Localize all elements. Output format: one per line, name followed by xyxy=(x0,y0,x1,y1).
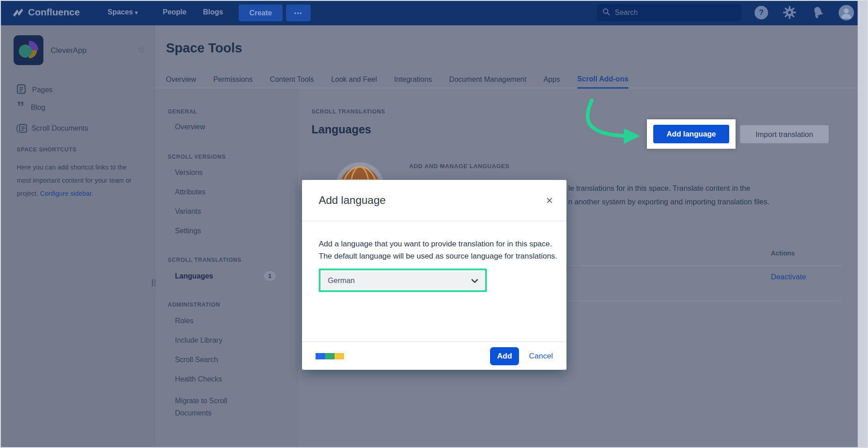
nav-item-roles[interactable]: Roles xyxy=(175,317,193,325)
create-button[interactable]: Create xyxy=(239,5,283,21)
profile-avatar[interactable] xyxy=(839,5,854,20)
nav-blogs-menu[interactable]: Blogs xyxy=(203,8,223,16)
more-actions-button[interactable]: ••• xyxy=(286,5,311,21)
language-select[interactable]: German xyxy=(321,271,484,289)
scroll-document-icon: ( xyxy=(16,123,27,133)
brand-bar-yellow xyxy=(335,353,344,359)
tab-document-management[interactable]: Document Management xyxy=(449,75,526,88)
modal-description: Add a language that you want to provide … xyxy=(319,238,557,262)
content-section-label: SCROLL TRANSLATIONS xyxy=(311,108,385,115)
intro-text-line1: le translations for in this space. Trans… xyxy=(568,184,750,193)
nav-item-include-library[interactable]: Include Library xyxy=(175,336,222,344)
language-select-highlight: German xyxy=(319,269,487,292)
search-icon xyxy=(602,8,610,18)
nav-section-scroll-versions: SCROLL VERSIONS xyxy=(168,154,226,160)
nav-item-overview[interactable]: Overview xyxy=(175,123,205,131)
languages-count-badge: 1 xyxy=(264,271,276,281)
chevron-down-icon: ▾ xyxy=(135,9,138,16)
search-placeholder: Search xyxy=(615,9,638,17)
configure-sidebar-link[interactable]: Configure sidebar. xyxy=(40,190,94,197)
intro-text-line2: n another system by exporting and import… xyxy=(568,198,769,206)
space-logo[interactable] xyxy=(14,35,43,65)
nav-section-scroll-translations: SCROLL TRANSLATIONS xyxy=(168,257,241,263)
add-language-spotlight-box: Add language xyxy=(647,119,736,149)
brand-bar-green xyxy=(325,353,335,359)
modal-header: Add language × xyxy=(302,180,566,222)
content-page-title: Languages xyxy=(311,123,371,136)
pie-chart-logo-icon xyxy=(14,35,43,65)
settings-gear-icon[interactable] xyxy=(783,5,797,21)
tab-permissions[interactable]: Permissions xyxy=(213,75,253,88)
nav-item-attributes[interactable]: Attributes xyxy=(175,188,206,196)
add-and-manage-languages-heading: ADD AND MANAGE LANGUAGES xyxy=(409,163,509,170)
space-shortcuts-header: SPACE SHORTCUTS xyxy=(17,146,76,153)
modal-cancel-button[interactable]: Cancel xyxy=(529,352,553,361)
table-header-divider xyxy=(566,265,842,266)
tab-overview[interactable]: Overview xyxy=(166,75,196,88)
quotes-icon: ” xyxy=(17,104,24,111)
tab-scroll-add-ons[interactable]: Scroll Add-ons xyxy=(577,75,628,89)
sidebar-item-label: Pages xyxy=(32,86,52,94)
nav-section-general: GENERAL xyxy=(168,108,197,115)
table-row-divider xyxy=(566,301,842,301)
add-language-modal: Add language × Add a language that you w… xyxy=(302,180,566,370)
sidebar-item-pages[interactable]: Pages xyxy=(17,84,52,96)
nav-item-scroll-search[interactable]: Scroll Search xyxy=(175,356,218,364)
language-select-value: German xyxy=(328,274,472,287)
search-input[interactable]: Search xyxy=(597,4,741,21)
help-icon[interactable]: ? xyxy=(755,6,768,19)
sidebar-item-label: Blog xyxy=(31,104,45,112)
page-title: Space Tools xyxy=(166,41,242,56)
modal-footer: Add Cancel xyxy=(302,341,566,370)
product-name[interactable]: Confluence xyxy=(28,7,80,18)
sidebar-item-scroll-documents[interactable]: ( Scroll Documents xyxy=(16,123,88,133)
nav-item-versions[interactable]: Versions xyxy=(175,169,203,177)
sidebar-item-label: Scroll Documents xyxy=(32,124,88,132)
nav-item-migrate-to-scroll-documents[interactable]: Migrate to Scroll Documents xyxy=(175,395,265,419)
space-shortcuts-description: Here you can add shortcut links to the m… xyxy=(17,161,132,200)
add-language-button[interactable]: Add language xyxy=(653,125,729,143)
modal-body: Add a language that you want to provide … xyxy=(302,222,566,292)
nav-item-settings[interactable]: Settings xyxy=(175,227,201,235)
tab-apps[interactable]: Apps xyxy=(543,75,560,88)
tab-content-tools[interactable]: Content Tools xyxy=(270,75,314,88)
nav-item-health-checks[interactable]: Health Checks xyxy=(175,375,222,383)
nav-people-menu[interactable]: People xyxy=(163,8,186,16)
tab-look-and-feel[interactable]: Look and Feel xyxy=(331,75,377,88)
favorite-star-icon[interactable]: ☆ xyxy=(137,44,146,55)
browser-scrollbar[interactable] xyxy=(858,0,868,448)
page-icon xyxy=(17,84,26,96)
space-sidebar: CleverApp ☆ Pages ” Blog ( Scroll Docume… xyxy=(0,25,155,448)
confluence-logo-icon[interactable] xyxy=(12,6,24,21)
deactivate-link[interactable]: Deactivate xyxy=(771,273,806,281)
brand-bar-blue xyxy=(316,353,325,359)
confluence-space-tools-page: Confluence Spaces ▾ People Blogs Create … xyxy=(0,0,868,448)
modal-title: Add language xyxy=(319,194,546,207)
table-actions-header: Actions xyxy=(771,250,795,257)
space-tools-tabs: Overview Permissions Content Tools Look … xyxy=(155,71,858,88)
sidebar-item-blog[interactable]: ” Blog xyxy=(17,104,45,112)
modal-add-button[interactable]: Add xyxy=(490,347,519,365)
nav-section-administration: ADMINISTRATION xyxy=(168,302,220,308)
select-chevron-down-icon xyxy=(472,274,478,287)
space-name[interactable]: CleverApp xyxy=(51,46,86,55)
tab-integrations[interactable]: Integrations xyxy=(394,75,432,88)
annotation-arrow-icon xyxy=(580,95,647,151)
k15t-brand-bars xyxy=(316,353,344,359)
space-tools-side-navigation: GENERAL Overview SCROLL VERSIONS Version… xyxy=(155,89,297,448)
sidebar-resize-handle[interactable] xyxy=(152,279,156,287)
nav-item-languages[interactable]: Languages xyxy=(175,272,213,280)
nav-spaces-menu[interactable]: Spaces ▾ xyxy=(108,8,138,16)
notifications-bell-icon[interactable] xyxy=(811,5,826,22)
nav-item-variants[interactable]: Variants xyxy=(175,207,201,216)
import-translation-button[interactable]: Import translation xyxy=(740,125,829,143)
close-icon[interactable]: × xyxy=(546,194,553,206)
top-navigation-bar: Confluence Spaces ▾ People Blogs Create … xyxy=(0,0,858,25)
